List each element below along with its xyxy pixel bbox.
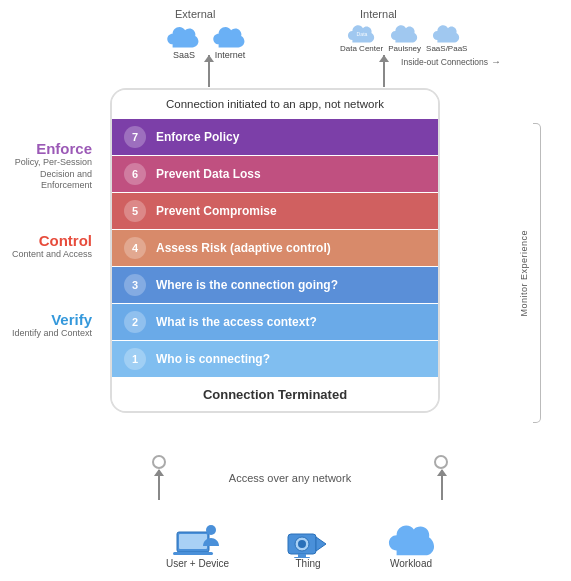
dot-left (152, 455, 166, 469)
layer-4-num: 4 (124, 237, 146, 259)
saas-paas-cloud: SaaS/PaaS (426, 22, 467, 53)
left-labels: Enforce Policy, Per-SessionDecision and … (0, 120, 100, 357)
connection-init-text: Connection initiated to an app, not netw… (112, 90, 438, 118)
bottom-dots-row (152, 455, 448, 469)
main-box: Connection initiated to an app, not netw… (110, 88, 440, 413)
control-section: Control Content and Access (0, 232, 100, 261)
enforce-section: Enforce Policy, Per-SessionDecision and … (0, 140, 100, 192)
internal-cloud-group: Data Data Center Paulsney SaaS/PaaS (340, 22, 467, 53)
svg-rect-3 (173, 552, 213, 555)
connection-terminated-text: Connection Terminated (112, 378, 438, 411)
layer-3-num: 3 (124, 274, 146, 296)
workload-svg (387, 520, 435, 558)
enforce-subtitle: Policy, Per-SessionDecision and Enforcem… (0, 157, 92, 192)
internal-label: Internal (360, 8, 397, 20)
layer-5: 5 Prevent Compromise (112, 193, 438, 229)
left-top-arrowhead (204, 55, 214, 62)
verify-section: Verify Identify and Context (0, 311, 100, 340)
layer-6-text: Prevent Data Loss (156, 167, 261, 181)
thing-svg (284, 520, 332, 558)
internet-label: Internet (215, 50, 246, 60)
layer-4: 4 Assess Risk (adaptive control) (112, 230, 438, 266)
layer-6: 6 Prevent Data Loss (112, 156, 438, 192)
layer-5-text: Prevent Compromise (156, 204, 277, 218)
external-label: External (175, 8, 215, 20)
bottom-arrow-left-head (154, 469, 164, 476)
dot-right (434, 455, 448, 469)
layer-7-num: 7 (124, 126, 146, 148)
layer-3: 3 Where is the connection going? (112, 267, 438, 303)
saas-label: SaaS (173, 50, 195, 60)
right-top-arrowhead (379, 55, 389, 62)
right-bracket (533, 123, 541, 423)
svg-text:Data: Data (356, 31, 367, 37)
saas-paas-label: SaaS/PaaS (426, 44, 467, 53)
verify-title: Verify (0, 311, 92, 328)
thing-label: Thing (296, 558, 321, 569)
svg-point-4 (206, 525, 216, 535)
monitor-experience-label: Monitor Experience (519, 230, 529, 317)
layer-1-text: Who is connecting? (156, 352, 270, 366)
factory-cloud: Paulsney (388, 22, 421, 53)
layer-2-text: What is the access context? (156, 315, 317, 329)
thing-icon-group: Thing (284, 520, 332, 569)
layer-1-num: 1 (124, 348, 146, 370)
verify-subtitle: Identify and Context (0, 328, 92, 340)
bottom-icons-row: User + Device Thing Workload (80, 520, 521, 569)
right-side-label: Monitor Experience (519, 108, 541, 438)
user-device-label: User + Device (166, 558, 229, 569)
access-label: Access over any network (200, 472, 380, 484)
bottom-arrow-right-head (437, 469, 447, 476)
layer-2-num: 2 (124, 311, 146, 333)
layer-5-num: 5 (124, 200, 146, 222)
svg-rect-2 (179, 534, 207, 549)
layer-7-text: Enforce Policy (156, 130, 239, 144)
workload-icon-group: Workload (387, 520, 435, 569)
internet-cloud: Internet (211, 22, 249, 60)
layer-4-text: Assess Risk (adaptive control) (156, 241, 331, 255)
control-subtitle: Content and Access (0, 249, 92, 261)
control-title: Control (0, 232, 92, 249)
layer-6-num: 6 (124, 163, 146, 185)
user-device-icon-group: User + Device (166, 520, 229, 569)
diagram-container: External Internal SaaS Internet Data Dat… (0, 0, 571, 581)
inside-out-connections: Inside-out Connections → (401, 56, 501, 67)
factory-label: Paulsney (388, 44, 421, 53)
layer-7: 7 Enforce Policy (112, 119, 438, 155)
user-device-svg (173, 520, 221, 558)
data-center-label: Data Center (340, 44, 383, 53)
layer-1: 1 Who is connecting? (112, 341, 438, 377)
layer-3-text: Where is the connection going? (156, 278, 338, 292)
data-center-cloud: Data Data Center (340, 22, 383, 53)
layer-2: 2 What is the access context? (112, 304, 438, 340)
enforce-title: Enforce (0, 140, 92, 157)
saas-cloud: SaaS (165, 22, 203, 60)
svg-point-7 (298, 540, 306, 548)
workload-label: Workload (390, 558, 432, 569)
